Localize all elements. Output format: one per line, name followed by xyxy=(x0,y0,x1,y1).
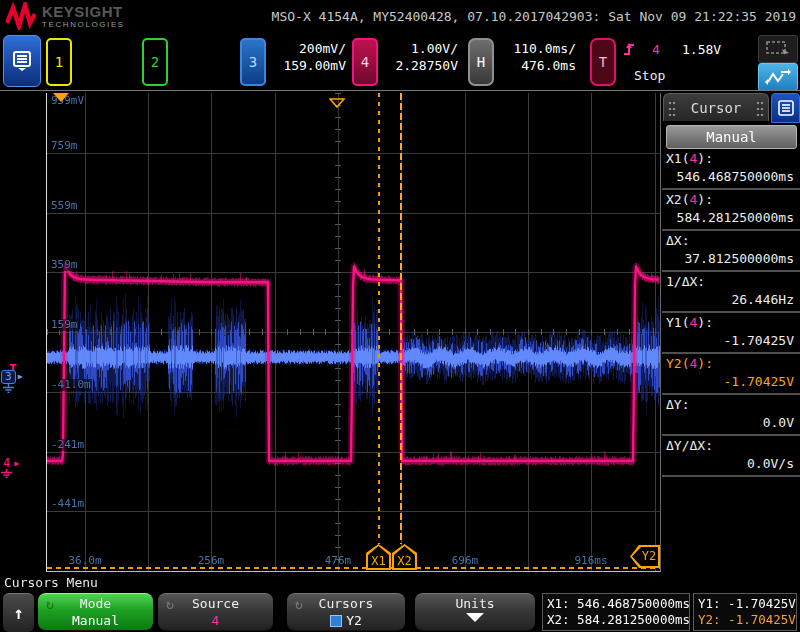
zone-select-icon xyxy=(765,40,791,58)
sidebar-tab-cursor[interactable]: Cursor xyxy=(663,93,769,121)
channel-4-offset: 2.28750V xyxy=(374,59,458,72)
brand-subtitle: TECHNOLOGIES xyxy=(42,21,125,29)
x-tick-label: 696m xyxy=(439,555,491,567)
cursor-value: 0.0V xyxy=(666,415,796,430)
waveform-plot[interactable]: 959mV759m559m359m159m-41.0m-241m-441m 36… xyxy=(46,93,661,572)
menu-list-icon xyxy=(12,51,32,71)
zone-trigger-button[interactable] xyxy=(758,35,798,63)
cursor-x1-line[interactable] xyxy=(378,93,380,544)
softkey-value: Y2 xyxy=(287,613,405,628)
cursor-value: -1.70425V xyxy=(666,333,796,348)
cursor-y-line[interactable] xyxy=(47,567,660,569)
cycle-icon: ↻ xyxy=(46,597,54,612)
softkey-title: Cursors xyxy=(287,596,405,611)
instrument-title: MSO-X 4154A, MY52400428, 07.10.201704290… xyxy=(272,9,796,24)
cursor-row-yx: ΔY/ΔX:0.0V/s xyxy=(662,436,800,477)
channel-3-scale: 200mV/ xyxy=(262,42,346,55)
left-marker-gutter: T 3 ▶ 4 ▶ xyxy=(0,91,46,576)
trigger-source: 4 xyxy=(652,42,660,57)
cursor-sidebar: Cursor Manual X1(4):546.468750000msX2(4)… xyxy=(662,91,800,576)
cursor-row-x1: X1(4):546.468750000ms xyxy=(662,149,800,190)
right-arrow-icon: ▶ xyxy=(18,373,23,381)
cursor-value: 546.468750000ms xyxy=(666,169,796,184)
softkey-cursors[interactable]: ↻CursorsY2 xyxy=(287,593,405,631)
horizontal-readout: 110.0ms/ 476.0ms xyxy=(492,38,576,72)
trigger-level: 1.58V xyxy=(682,42,721,57)
keysight-logo: KEYSIGHT TECHNOLOGIES xyxy=(6,2,125,30)
cursor-row-y: ΔY:0.0V xyxy=(662,395,800,436)
waveform-canvas[interactable] xyxy=(47,93,660,571)
softkey-mode[interactable]: ↻ModeManual xyxy=(38,593,153,631)
cursor-mode-button[interactable]: Manual xyxy=(666,125,797,149)
channel-2-button[interactable]: 2 xyxy=(142,38,168,86)
drag-grip-icon xyxy=(756,100,764,116)
menu-title: Cursors Menu xyxy=(4,575,98,590)
y-tick-label: 159m xyxy=(50,319,79,331)
horizontal-button[interactable]: H xyxy=(468,38,494,86)
softkey-title: Source xyxy=(158,596,273,611)
cursor-value: -1.70425V xyxy=(666,374,796,389)
drag-grip-icon xyxy=(668,100,676,116)
right-arrow-icon: ▶ xyxy=(14,460,19,468)
x-cursor-readout: X1: 546.468750000ms X2: 584.281250000ms xyxy=(542,593,690,631)
trigger-button[interactable]: T xyxy=(590,38,616,86)
cursor-value: 26.446Hz xyxy=(666,292,796,307)
cursor-row-x: ΔX:37.812500000ms xyxy=(662,231,800,272)
channel-3-readout: 200mV/ 159.00mV xyxy=(262,38,346,72)
cursor-value: 0.0V/s xyxy=(666,456,796,471)
channel-1-button[interactable]: 1 xyxy=(46,38,72,86)
main-menu-button[interactable] xyxy=(3,35,41,87)
cursor-x2-line[interactable] xyxy=(400,93,402,544)
y-tick-label: 559m xyxy=(50,200,79,212)
status-toolbar: 1 2 3 200mV/ 159.00mV 4 1.00V/ 2.28750V … xyxy=(0,32,800,90)
down-arrow-icon xyxy=(466,613,484,622)
cursor-row-y1: Y1(4):-1.70425V xyxy=(662,313,800,354)
softkey-units[interactable]: Units xyxy=(415,593,535,631)
x-tick-label: 916ms xyxy=(565,555,617,567)
y-tick-label: -441m xyxy=(50,498,85,510)
softkey-value xyxy=(415,613,535,622)
pan-waveform-button[interactable] xyxy=(758,63,798,91)
ground-icon xyxy=(1,469,12,478)
keysight-pulse-icon xyxy=(6,2,36,30)
cursor-value: 584.281250000ms xyxy=(666,210,796,225)
y-cursor-source-icon xyxy=(330,615,342,627)
horizontal-delay: 476.0ms xyxy=(492,59,576,72)
x-tick-label: 36.0m xyxy=(59,555,111,567)
y-tick-label: 759m xyxy=(50,140,79,152)
cursor-x1-flag[interactable]: X1 xyxy=(366,544,391,570)
x-tick-label: 256m xyxy=(185,555,237,567)
x-tick-label: 476m xyxy=(312,555,364,567)
display-area: T 3 ▶ 4 ▶ xyxy=(0,90,800,576)
y-tick-label: -241m xyxy=(50,439,85,451)
softkey-source[interactable]: ↻Source4 xyxy=(158,593,273,631)
y-tick-label: -41.0m xyxy=(50,379,92,391)
sidebar-menu-button[interactable] xyxy=(771,93,800,123)
pan-waveform-icon xyxy=(765,68,791,86)
cycle-icon: ↻ xyxy=(295,597,303,612)
softkey-title: Mode xyxy=(38,596,153,611)
title-bar: KEYSIGHT TECHNOLOGIES MSO-X 4154A, MY524… xyxy=(0,0,800,32)
y-tick-label: 359m xyxy=(50,259,79,271)
acquisition-status: Stop xyxy=(634,68,665,83)
channel-3-offset: 159.00mV xyxy=(262,59,346,72)
up-arrow-icon: ↑ xyxy=(13,603,23,623)
sidebar-title: Cursor xyxy=(691,100,742,116)
horizontal-scale: 110.0ms/ xyxy=(492,42,576,55)
cursor-row-x2: X2(4):584.281250000ms xyxy=(662,190,800,231)
channel-4-readout: 1.00V/ 2.28750V xyxy=(374,38,458,72)
softkey-value: 4 xyxy=(158,613,273,628)
softkey-menu-bar: Cursors Menu ↑ ↻ModeManual↻Source4↻Curso… xyxy=(0,575,800,632)
cursor-y2-flag[interactable]: Y2 xyxy=(630,545,660,568)
menu-back-button[interactable]: ↑ xyxy=(3,593,34,632)
cursor-row-1x: 1/ΔX:26.446Hz xyxy=(662,272,800,313)
cycle-icon: ↻ xyxy=(166,597,174,612)
y-cursor-readout: Y1: -1.70425V Y2: -1.70425V xyxy=(693,593,797,631)
channel-3-ground-marker[interactable]: 3 ▶ xyxy=(1,370,16,393)
channel-4-ground-marker[interactable]: 4 ▶ xyxy=(1,457,12,478)
oscilloscope-screen: { "header": { "brand_line1": "KEYSIGHT",… xyxy=(0,0,800,632)
cursor-x2-flag[interactable]: X2 xyxy=(392,544,417,570)
softkey-title: Units xyxy=(415,596,535,611)
menu-list-icon xyxy=(778,100,794,116)
trigger-time-marker-icon[interactable] xyxy=(53,93,69,102)
